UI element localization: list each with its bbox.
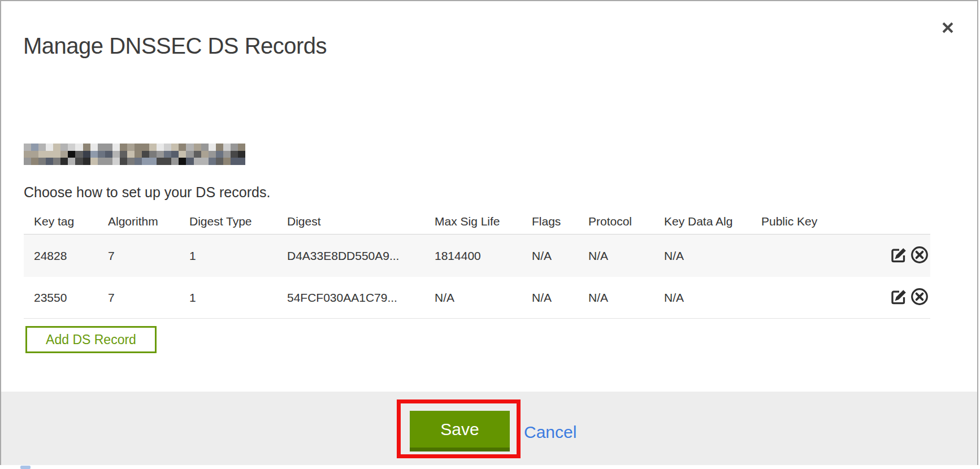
edit-record-icon bbox=[889, 245, 908, 266]
column-header-algorithm: Algorithm bbox=[108, 215, 189, 228]
add-ds-record-button[interactable]: Add DS Record bbox=[25, 326, 157, 353]
delete-record-icon bbox=[910, 245, 929, 266]
redacted-domain bbox=[24, 144, 245, 165]
column-header-key-tag: Key tag bbox=[34, 215, 108, 228]
cell-flags: N/A bbox=[532, 249, 588, 263]
cell-digest-type: 1 bbox=[189, 291, 287, 305]
cell-key-data-alg: N/A bbox=[664, 249, 761, 263]
cell-digest: D4A33E8DD550A9... bbox=[287, 249, 435, 263]
instruction-text: Choose how to set up your DS records. bbox=[24, 184, 270, 201]
save-button[interactable]: Save bbox=[410, 411, 510, 451]
edit-record-icon bbox=[889, 287, 908, 308]
table-header-row: Key tag Algorithm Digest Type Digest Max… bbox=[24, 209, 930, 234]
column-header-max-sig-life: Max Sig Life bbox=[435, 215, 532, 228]
delete-record-button[interactable] bbox=[910, 288, 929, 307]
cell-key-tag: 23550 bbox=[34, 291, 108, 305]
cancel-link[interactable]: Cancel bbox=[524, 423, 576, 442]
table-row: 24828 7 1 D4A33E8DD550A9... 1814400 N/A … bbox=[24, 234, 930, 277]
cell-protocol: N/A bbox=[588, 249, 664, 263]
delete-record-button[interactable] bbox=[910, 246, 929, 266]
ds-records-table: Key tag Algorithm Digest Type Digest Max… bbox=[24, 209, 930, 319]
delete-record-icon bbox=[910, 287, 929, 308]
cell-algorithm: 7 bbox=[108, 291, 189, 305]
column-header-public-key: Public Key bbox=[761, 215, 883, 228]
edit-record-button[interactable] bbox=[889, 246, 908, 266]
cell-algorithm: 7 bbox=[108, 249, 189, 263]
close-icon bbox=[942, 21, 954, 36]
dialog-stage: Manage DNSSEC DS Records Choose how to s… bbox=[0, 0, 980, 469]
table-row: 23550 7 1 54FCF030AA1C79... N/A N/A N/A … bbox=[24, 277, 930, 319]
column-header-digest: Digest bbox=[287, 215, 435, 228]
column-header-digest-type: Digest Type bbox=[189, 215, 287, 228]
close-button[interactable] bbox=[938, 19, 957, 38]
column-header-protocol: Protocol bbox=[588, 215, 664, 228]
page-title: Manage DNSSEC DS Records bbox=[23, 33, 327, 59]
cell-flags: N/A bbox=[532, 291, 588, 305]
cell-key-tag: 24828 bbox=[34, 249, 108, 263]
column-header-flags: Flags bbox=[532, 215, 588, 228]
column-header-key-data-alg: Key Data Alg bbox=[664, 215, 761, 228]
cell-max-sig-life: 1814400 bbox=[435, 249, 532, 263]
cell-key-data-alg: N/A bbox=[664, 291, 761, 305]
background-page-fragment bbox=[20, 466, 31, 469]
cell-digest: 54FCF030AA1C79... bbox=[287, 291, 435, 305]
cell-max-sig-life: N/A bbox=[435, 291, 532, 305]
cell-digest-type: 1 bbox=[189, 249, 287, 263]
manage-dnssec-modal: Manage DNSSEC DS Records Choose how to s… bbox=[0, 0, 978, 465]
cell-protocol: N/A bbox=[588, 291, 664, 305]
edit-record-button[interactable] bbox=[889, 288, 908, 307]
